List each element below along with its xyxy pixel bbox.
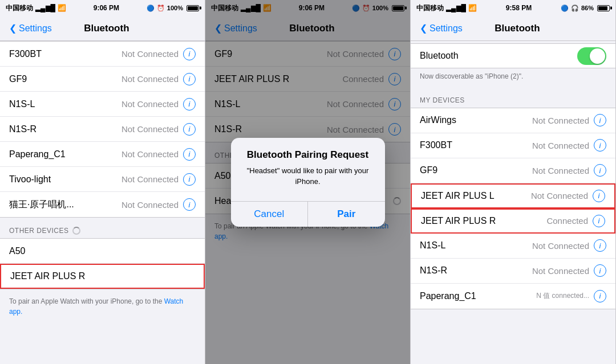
- my-devices-header-3: MY DEVICES: [411, 87, 615, 108]
- other-devices-list-1: A50 JEET AIR PLUS R: [0, 238, 205, 289]
- battery-label-3: 86%: [581, 5, 594, 11]
- info-button[interactable]: i: [183, 98, 196, 111]
- chevron-left-icon-1: ❮: [9, 23, 17, 34]
- info-button[interactable]: i: [183, 148, 196, 161]
- list-item[interactable]: AirWings Not Connected i: [411, 108, 615, 133]
- device-name: Tivoo-light: [9, 174, 121, 185]
- my-devices-list-3: AirWings Not Connected i F300BT Not Conn…: [411, 108, 615, 309]
- list-item[interactable]: 猫王·原子唱机... Not Connected i: [0, 192, 205, 217]
- toggle-knob: [590, 48, 605, 64]
- dialog-title: Bluetooth Pairing Request: [240, 149, 376, 161]
- info-button[interactable]: i: [183, 123, 196, 136]
- discoverable-text: Now discoverable as "iPhone (2)".: [411, 68, 615, 87]
- content-3[interactable]: Bluetooth Now discoverable as "iPhone (2…: [411, 41, 615, 364]
- list-item[interactable]: N1S-R Not Connected i: [411, 259, 615, 284]
- content-1[interactable]: F300BT Not Connected i GF9 Not Connected…: [0, 41, 205, 364]
- info-button[interactable]: i: [183, 73, 196, 85]
- headphone-icon-3: 🎧: [571, 5, 579, 12]
- device-name: N1S-R: [420, 265, 532, 276]
- alarm-icon-1: ⏰: [157, 5, 165, 12]
- list-item[interactable]: N1S-L Not Connected i: [411, 234, 615, 259]
- device-status: Connected: [546, 216, 588, 226]
- phone-panel-2: 中国移动 ▂▄▆█ 📶 9:06 PM 🔵 ⏰ 100% ❮ Settings …: [205, 0, 411, 364]
- info-button[interactable]: i: [594, 164, 606, 177]
- device-name: JEET AIR PLUS R: [421, 216, 546, 226]
- carrier-3: 中国移动: [416, 3, 444, 13]
- page-title-1: Bluetooth: [18, 23, 196, 34]
- status-right-1: 🔵 ⏰ 100%: [147, 5, 199, 12]
- device-status: N 值 connected...: [536, 291, 589, 301]
- device-status: Not Connected: [121, 99, 179, 109]
- device-name: Paperang_C1: [420, 291, 536, 301]
- info-button[interactable]: i: [594, 264, 606, 277]
- bluetooth-status-icon-3: 🔵: [561, 5, 569, 12]
- info-button[interactable]: i: [183, 173, 196, 186]
- info-button[interactable]: i: [594, 139, 606, 152]
- device-name: GF9: [9, 74, 121, 84]
- nav-bar-1: ❮ Settings Bluetooth: [0, 16, 205, 41]
- status-right-3: 🔵 🎧 86%: [561, 5, 610, 12]
- list-item[interactable]: F300BT Not Connected i: [0, 42, 205, 67]
- list-item[interactable]: Paperang_C1 Not Connected i: [0, 142, 205, 167]
- info-button[interactable]: i: [594, 114, 606, 126]
- cancel-button[interactable]: Cancel: [231, 202, 309, 227]
- status-left-3: 中国移动 ▂▄▆█ 📶: [416, 3, 477, 13]
- list-item[interactable]: GF9 Not Connected i: [0, 67, 205, 92]
- device-status: Not Connected: [121, 200, 179, 210]
- device-name: F300BT: [420, 140, 532, 150]
- bluetooth-status-icon-1: 🔵: [147, 5, 155, 12]
- phone-panel-3: 中国移动 ▂▄▆█ 📶 9:58 PM 🔵 🎧 86% ❮ Settings B…: [411, 0, 616, 364]
- list-item[interactable]: A50: [0, 239, 205, 264]
- device-name: JEET AIR PLUS L: [421, 191, 531, 201]
- carrier-1: 中国移动: [6, 3, 33, 13]
- battery-label-1: 100%: [167, 5, 183, 11]
- list-item[interactable]: Paperang_C1 N 值 connected... i: [411, 284, 615, 309]
- status-left-1: 中国移动 ▂▄▆█ 📶: [6, 3, 66, 13]
- device-status: Not Connected: [531, 191, 588, 201]
- device-name: A50: [9, 246, 196, 256]
- list-item[interactable]: F300BT Not Connected i: [411, 133, 615, 158]
- jeet-air-plus-r-item[interactable]: JEET AIR PLUS R Connected i: [411, 208, 615, 234]
- device-status: Not Connected: [532, 241, 589, 251]
- signal-3: ▂▄▆█: [446, 4, 466, 12]
- bluetooth-toggle-row[interactable]: Bluetooth: [411, 43, 615, 68]
- wifi-icon-3: 📶: [468, 4, 477, 12]
- page-title-3: Bluetooth: [428, 23, 606, 34]
- jeet-air-plus-r-item-1[interactable]: JEET AIR PLUS R: [0, 264, 205, 289]
- status-bar-1: 中国移动 ▂▄▆█ 📶 9:06 PM 🔵 ⏰ 100%: [0, 0, 205, 16]
- bluetooth-toggle-label: Bluetooth: [420, 51, 577, 61]
- phone-panel-1: 中国移动 ▂▄▆█ 📶 9:06 PM 🔵 ⏰ 100% ❮ Settings …: [0, 0, 205, 364]
- device-status: Not Connected: [532, 266, 589, 276]
- list-item[interactable]: GF9 Not Connected i: [411, 158, 615, 183]
- jeet-air-plus-l-item[interactable]: JEET AIR PLUS L Not Connected i: [411, 183, 615, 208]
- info-button[interactable]: i: [183, 48, 196, 60]
- device-name: AirWings: [420, 115, 532, 125]
- info-button[interactable]: i: [593, 190, 605, 202]
- device-status: Not Connected: [532, 166, 589, 175]
- device-status: Not Connected: [121, 149, 179, 159]
- loading-spinner-1: [72, 227, 80, 235]
- bluetooth-pairing-dialog: Bluetooth Pairing Request "Headset" woul…: [231, 138, 385, 227]
- battery-icon-1: [187, 5, 199, 11]
- info-button[interactable]: i: [183, 198, 196, 211]
- device-status: Not Connected: [121, 174, 179, 184]
- other-devices-header-1: OTHER DEVICES: [0, 218, 205, 238]
- device-status: Not Connected: [532, 141, 589, 150]
- signal-1: ▂▄▆█: [35, 4, 55, 12]
- device-name: N1S-R: [9, 124, 121, 134]
- chevron-left-icon-3: ❮: [420, 23, 427, 34]
- list-item[interactable]: Tivoo-light Not Connected i: [0, 167, 205, 192]
- battery-icon-3: [597, 5, 610, 11]
- device-name: F300BT: [9, 49, 121, 59]
- device-status: Not Connected: [121, 74, 179, 84]
- list-item[interactable]: N1S-R Not Connected i: [0, 117, 205, 142]
- my-devices-list-1: F300BT Not Connected i GF9 Not Connected…: [0, 41, 205, 218]
- list-item[interactable]: N1S-L Not Connected i: [0, 92, 205, 117]
- dialog-content: Bluetooth Pairing Request "Headset" woul…: [231, 138, 385, 193]
- status-bar-3: 中国移动 ▂▄▆█ 📶 9:58 PM 🔵 🎧 86%: [411, 0, 615, 16]
- info-button[interactable]: i: [594, 290, 606, 302]
- bluetooth-toggle-switch[interactable]: [577, 47, 606, 65]
- info-button[interactable]: i: [593, 215, 605, 227]
- pair-button[interactable]: Pair: [308, 202, 385, 227]
- info-button[interactable]: i: [594, 239, 606, 252]
